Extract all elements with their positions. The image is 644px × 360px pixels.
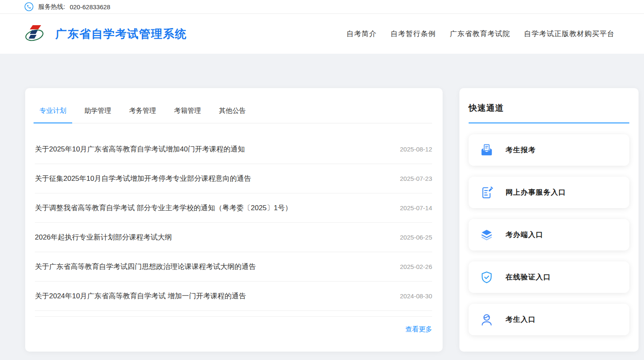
notice-date: 2025-02-26 <box>391 263 432 270</box>
shield-check-icon <box>480 271 493 284</box>
list-bottom-divider <box>35 316 432 317</box>
notice-tab[interactable]: 专业计划 <box>34 98 72 123</box>
notice-tab[interactable]: 助学管理 <box>78 98 117 123</box>
notice-date: 2025-08-12 <box>391 146 432 153</box>
notice-date: 2024-08-30 <box>391 292 432 300</box>
notice-tab[interactable]: 其他公告 <box>213 98 252 123</box>
quick-link-item[interactable]: 考生报考 <box>469 134 629 166</box>
tab-label: 考务管理 <box>129 107 156 114</box>
quick-access-title: 快速通道 <box>469 102 629 114</box>
notices-card: 专业计划 助学管理 考务管理 考籍管理 其他公告 <box>25 88 443 352</box>
quick-link-item[interactable]: 网上办事服务入口 <box>469 177 629 208</box>
phone-icon <box>24 2 34 11</box>
notice-title[interactable]: 关于调整我省高等教育自学考试 部分专业主考学校的通知（粤考委〔2025〕1号） <box>35 203 292 213</box>
notice-row[interactable]: 2026年起执行专业新计划部分课程考试大纲 2025-06-25 <box>35 223 432 252</box>
tab-label: 考籍管理 <box>174 107 201 114</box>
tab-label: 专业计划 <box>39 107 66 114</box>
notice-date: 2025-07-23 <box>391 175 432 182</box>
notice-title[interactable]: 关于2024年10月广东省高等教育自学考试 增加一门开考课程的通告 <box>35 291 246 301</box>
notice-list: 关于2025年10月广东省高等教育自学考试增加40门开考课程的通知 2025-0… <box>25 135 443 311</box>
view-more-row: 查看更多 <box>36 325 432 334</box>
nav-link[interactable]: 自考简介 <box>347 29 377 39</box>
notice-date: 2025-07-14 <box>391 204 432 211</box>
quick-link-label: 考生入口 <box>506 315 536 324</box>
document-edit-icon <box>480 186 493 199</box>
quick-link-item[interactable]: 考生入口 <box>469 304 629 335</box>
quick-access-list: 考生报考 网上办事服务入口 考办端入口 <box>469 134 629 335</box>
notice-row[interactable]: 关于2024年10月广东省高等教育自学考试 增加一门开考课程的通告 2024-0… <box>35 282 432 311</box>
nav-link[interactable]: 自考暂行条例 <box>391 29 436 39</box>
inbox-icon <box>480 144 493 157</box>
quick-link-label: 考生报考 <box>506 145 536 155</box>
nav-link[interactable]: 广东省教育考试院 <box>450 29 510 39</box>
site-header: 广东省自学考试管理系统 自考简介 自考暂行条例 广东省教育考试院 自学考试正版教… <box>0 14 644 54</box>
notice-title[interactable]: 关于广东省高等教育自学考试四门思想政治理论课课程考试大纲的通告 <box>35 262 256 271</box>
notice-date: 2025-06-25 <box>391 234 432 241</box>
tab-label: 助学管理 <box>84 107 111 114</box>
hotline-label: 服务热线: <box>38 3 65 11</box>
quick-link-label: 网上办事服务入口 <box>506 188 566 197</box>
quick-link-label: 考办端入口 <box>506 230 543 240</box>
notice-title[interactable]: 2026年起执行专业新计划部分课程考试大纲 <box>35 232 172 242</box>
notice-row[interactable]: 关于2025年10月广东省高等教育自学考试增加40门开考课程的通知 2025-0… <box>35 135 432 164</box>
notice-title[interactable]: 关于2025年10月广东省高等教育自学考试增加40门开考课程的通知 <box>35 144 245 154</box>
quick-link-item[interactable]: 在线验证入口 <box>469 261 629 293</box>
user-icon <box>480 313 493 326</box>
page-title: 广东省自学考试管理系统 <box>55 26 187 42</box>
hotline-bar: 服务热线: 020-62833628 <box>0 0 644 14</box>
quick-access-card: 快速通道 考生报考 网上办事服务入口 <box>459 88 639 352</box>
header-nav: 自考简介 自考暂行条例 广东省教育考试院 自学考试正版教材购买平台 <box>347 14 615 54</box>
main-content: 专业计划 助学管理 考务管理 考籍管理 其他公告 <box>0 54 644 352</box>
quick-access-underline <box>469 123 629 123</box>
site-logo-icon <box>25 24 44 44</box>
notice-row[interactable]: 关于调整我省高等教育自学考试 部分专业主考学校的通知（粤考委〔2025〕1号） … <box>35 193 432 223</box>
layers-icon <box>480 229 493 241</box>
quick-link-label: 在线验证入口 <box>506 272 551 282</box>
tab-label: 其他公告 <box>219 107 246 114</box>
notice-row[interactable]: 关于广东省高等教育自学考试四门思想政治理论课课程考试大纲的通告 2025-02-… <box>35 252 432 282</box>
notice-tab[interactable]: 考务管理 <box>123 98 162 123</box>
notice-row[interactable]: 关于征集2025年10月自学考试增加开考停考专业部分课程意向的通告 2025-0… <box>35 164 432 193</box>
notice-title[interactable]: 关于征集2025年10月自学考试增加开考停考专业部分课程意向的通告 <box>35 174 251 183</box>
notice-tab[interactable]: 考籍管理 <box>168 98 207 123</box>
nav-link[interactable]: 自学考试正版教材购买平台 <box>524 29 615 39</box>
notice-tabs: 专业计划 助学管理 考务管理 考籍管理 其他公告 <box>34 88 432 123</box>
quick-link-item[interactable]: 考办端入口 <box>469 219 629 250</box>
view-more-link[interactable]: 查看更多 <box>405 326 432 333</box>
hotline-number: 020-62833628 <box>70 3 110 10</box>
